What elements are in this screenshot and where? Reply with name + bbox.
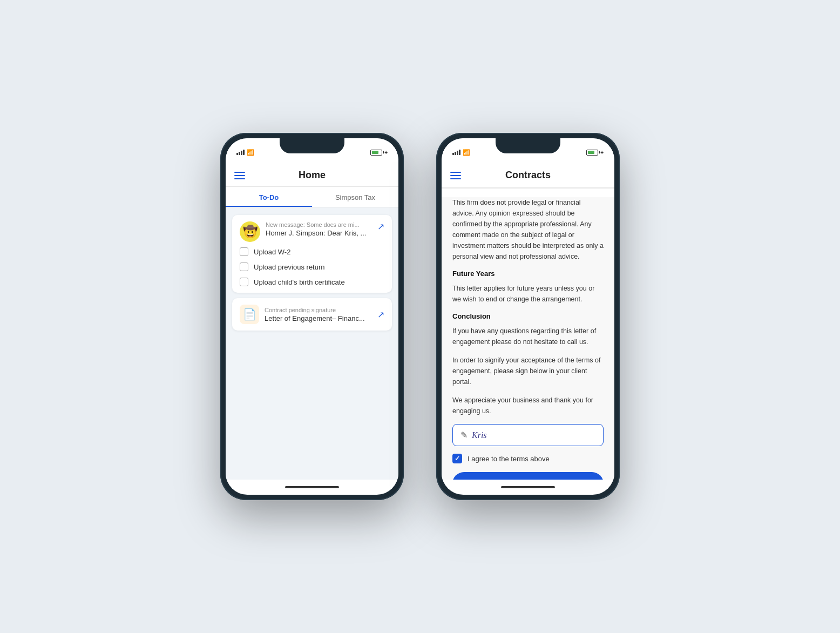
charge-icon-2: +: [600, 150, 604, 156]
hamburger-button-2[interactable]: [450, 172, 461, 179]
home-indicator-bar-2: [501, 486, 555, 488]
signal-area-2: 📶: [452, 149, 470, 156]
home-indicator: [226, 480, 398, 495]
charge-icon: +: [384, 150, 388, 156]
header-divider: [442, 188, 614, 188]
phone-home-screen: 📶 + Home To-Do Simp: [226, 138, 398, 495]
message-content: New message: Some docs are mi... Homer J…: [266, 221, 372, 237]
battery-fill-2: [588, 151, 594, 154]
sign-button[interactable]: SIGN: [452, 472, 604, 480]
contracts-app-content: Contracts This firm does not provide leg…: [442, 162, 614, 495]
wifi-icon-2: 📶: [463, 149, 470, 156]
wifi-icon: 📶: [247, 149, 254, 156]
checkbox-3[interactable]: [240, 278, 248, 286]
contracts-app-header: Contracts: [442, 162, 614, 188]
home-indicator-bar: [285, 486, 339, 488]
hamburger-button[interactable]: [234, 172, 245, 179]
conclusion-body-2: In order to signify your acceptance of t…: [452, 355, 604, 387]
future-years-body: This letter applies for future years unl…: [452, 283, 604, 305]
battery-fill: [372, 151, 378, 154]
signature-field[interactable]: ✎ Kris: [452, 424, 604, 446]
contract-card-inner: 📄 Contract pending signature Letter of E…: [240, 305, 384, 324]
home-indicator-2: [442, 480, 614, 495]
message-card-inner: 🤠 New message: Some docs are mi... Homer…: [240, 221, 384, 242]
contract-icon: 📄: [240, 305, 259, 324]
signal-area: 📶: [236, 149, 254, 156]
signal-bars-icon-2: [452, 150, 460, 155]
notch-2: [496, 138, 560, 153]
future-years-heading: Future Years: [452, 270, 604, 278]
contract-info: Contract pending signature Letter of Eng…: [265, 307, 372, 322]
checkbox-2[interactable]: [240, 262, 248, 271]
battery-area-2: +: [586, 150, 604, 156]
phone-home: 📶 + Home To-Do Simp: [220, 133, 404, 500]
agree-checkbox[interactable]: [452, 454, 462, 463]
contract-card: 📄 Contract pending signature Letter of E…: [232, 298, 392, 331]
battery-icon: [370, 150, 382, 156]
checkbox-1[interactable]: [240, 247, 248, 256]
signature-value: Kris: [472, 430, 487, 440]
contract-name: Letter of Engagement– Financ...: [265, 314, 372, 322]
checklist-label-2: Upload previous return: [254, 263, 325, 271]
message-card: 🤠 New message: Some docs are mi... Homer…: [232, 215, 392, 293]
battery-icon-2: [586, 150, 598, 156]
home-title: Home: [299, 170, 326, 181]
conclusion-heading: Conclusion: [452, 312, 604, 320]
feed: 🤠 New message: Some docs are mi... Homer…: [226, 207, 398, 480]
agree-row: I agree to the terms above: [452, 454, 604, 463]
external-link-icon[interactable]: ↗: [377, 221, 384, 232]
conclusion-body-3: We appreciate your business and thank yo…: [452, 395, 604, 416]
conclusion-body-1: If you have any questions regarding this…: [452, 326, 604, 347]
checklist-item-3: Upload child's birth certificate: [240, 278, 384, 286]
message-title: New message: Some docs are mi...: [266, 221, 372, 228]
contracts-scroll[interactable]: This firm does not provide legal or fina…: [442, 197, 614, 480]
phones-container: 📶 + Home To-Do Simp: [220, 133, 620, 500]
disclaimer-text: This firm does not provide legal or fina…: [452, 197, 604, 262]
contract-link-icon[interactable]: ↗: [377, 309, 384, 320]
contract-label: Contract pending signature: [265, 307, 372, 313]
checklist-item-2: Upload previous return: [240, 262, 384, 271]
status-bar-contracts: 📶 +: [442, 138, 614, 162]
contracts-title: Contracts: [505, 170, 551, 181]
message-body: Homer J. Simpson: Dear Kris, ...: [266, 229, 372, 237]
signature-pen-icon: ✎: [460, 430, 468, 440]
agree-label: I agree to the terms above: [468, 455, 550, 463]
avatar: 🤠: [240, 221, 260, 242]
notch: [280, 138, 344, 153]
checklist-label-3: Upload child's birth certificate: [254, 278, 345, 286]
checklist-label-1: Upload W-2: [254, 248, 290, 256]
signal-bars-icon: [236, 150, 245, 155]
tab-simpson-tax[interactable]: Simpson Tax: [312, 187, 398, 207]
tabs-bar: To-Do Simpson Tax: [226, 187, 398, 207]
home-app-content: Home To-Do Simpson Tax 🤠 New message: So…: [226, 162, 398, 495]
checklist: Upload W-2 Upload previous return Upload…: [240, 242, 384, 286]
phone-contracts-screen: 📶 + Contracts This: [442, 138, 614, 495]
tab-todo[interactable]: To-Do: [226, 187, 312, 207]
home-app-header: Home: [226, 162, 398, 187]
phone-contracts: 📶 + Contracts This: [436, 133, 620, 500]
checklist-item-1: Upload W-2: [240, 247, 384, 256]
status-bar-home: 📶 +: [226, 138, 398, 162]
battery-area: +: [370, 150, 388, 156]
